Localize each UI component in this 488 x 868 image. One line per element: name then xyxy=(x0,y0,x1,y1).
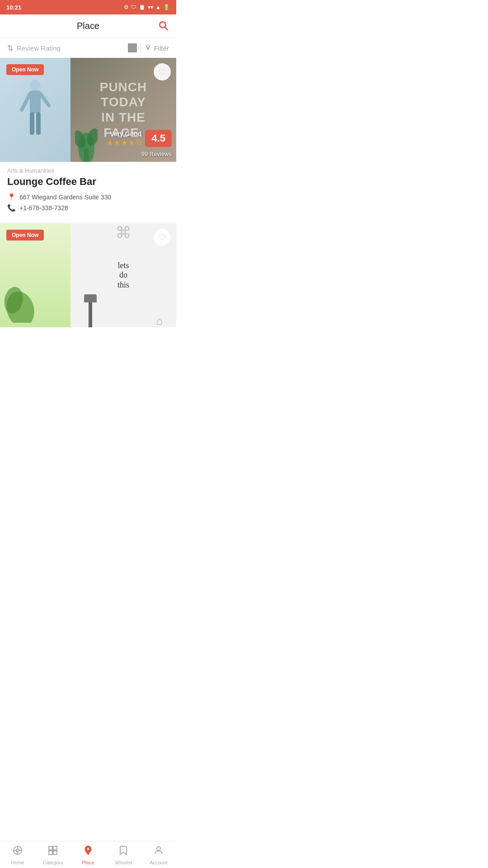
rating-stars-1: ★ ★ ★ ★ ½ xyxy=(107,138,141,147)
clipboard-status-icon: 📋 xyxy=(139,4,145,10)
main-content: Open Now ♡ xyxy=(0,58,176,364)
favorite-button-1[interactable]: ♡ xyxy=(154,63,171,80)
filter-label: Filter xyxy=(154,44,169,52)
motivational-text: letsdothis xyxy=(117,261,129,290)
card-info-1: Arts & Humanities Lounge Coffee Bar 📍 66… xyxy=(0,162,176,222)
filter-row: ⇅ Review Rating ⛛ Filter xyxy=(0,38,176,58)
svg-rect-4 xyxy=(30,112,34,135)
search-button[interactable] xyxy=(157,19,169,33)
shield-status-icon: 🛡 xyxy=(131,4,136,10)
open-badge-2: Open Now xyxy=(6,230,44,241)
open-badge-1: Open Now xyxy=(6,64,44,75)
sort-control[interactable]: ⇅ Review Rating xyxy=(7,44,61,52)
place-card-2[interactable]: Open Now ♡ ⌘ lets xyxy=(0,223,176,327)
gear-status-icon: ⚙ xyxy=(124,4,129,10)
card-address-row: 📍 667 Wiegand Gardens Suite 330 xyxy=(7,193,169,201)
rating-label-1: Very Good xyxy=(107,130,141,137)
star-4: ★ xyxy=(128,138,135,147)
card-divider-1 xyxy=(0,222,176,222)
rating-reviews-1: 99 Reviews xyxy=(141,151,172,157)
status-bar: 10:21 ⚙ 🛡 📋 ▾▾ ▲ 🔋 xyxy=(0,0,176,14)
card-category-1: Arts & Humanities xyxy=(7,167,169,174)
card-phone-row: 📞 +1-678-338-7328 xyxy=(7,204,169,212)
phone-icon: 📞 xyxy=(7,204,16,212)
filter-divider xyxy=(141,43,141,52)
location-icon: 📍 xyxy=(7,193,16,201)
signal-icon: ▲ xyxy=(155,4,161,10)
filter-controls: ⛛ Filter xyxy=(128,43,169,52)
svg-line-2 xyxy=(22,94,30,110)
chandelier-decoration: ⌘ xyxy=(115,223,131,242)
search-icon xyxy=(157,19,169,31)
status-time: 10:21 xyxy=(6,4,21,11)
page-title: Place xyxy=(77,21,99,31)
star-1: ★ xyxy=(107,138,113,147)
status-icons: ⚙ 🛡 📋 ▾▾ ▲ 🔋 xyxy=(124,4,170,10)
hanger-decoration: ⌂ xyxy=(156,315,163,327)
person-silhouette xyxy=(17,76,53,144)
card-phone: +1-678-338-7328 xyxy=(19,204,68,212)
heart-icon-2: ♡ xyxy=(158,232,166,243)
battery-icon: 🔋 xyxy=(163,4,170,10)
grid-view-icon[interactable] xyxy=(128,43,137,52)
star-half: ½ xyxy=(136,138,141,147)
svg-line-3 xyxy=(41,94,49,105)
card-name-1: Lounge Coffee Bar xyxy=(7,176,169,188)
plant-decoration xyxy=(75,108,98,162)
rating-score-1: 4.5 xyxy=(145,130,172,147)
rating-badge-1: Very Good ★ ★ ★ ★ ½ 4.5 xyxy=(107,130,172,157)
lamp-decoration xyxy=(84,294,97,327)
sort-label: Review Rating xyxy=(17,44,61,52)
leaf-decoration xyxy=(5,278,36,323)
card-address: 667 Wiegand Gardens Suite 330 xyxy=(19,193,111,201)
header: Place xyxy=(0,14,176,38)
star-3: ★ xyxy=(121,138,127,147)
svg-rect-5 xyxy=(36,112,41,135)
card-image-wrapper-2: Open Now ♡ ⌘ lets xyxy=(0,223,176,327)
sort-icon: ⇅ xyxy=(7,44,13,52)
funnel-icon: ⛛ xyxy=(145,44,152,52)
favorite-button-2[interactable]: ♡ xyxy=(154,229,171,246)
star-2: ★ xyxy=(114,138,120,147)
wifi-icon: ▾▾ xyxy=(148,4,153,10)
card-image-wrapper-1: Open Now ♡ xyxy=(0,58,176,162)
filter-button[interactable]: ⛛ Filter xyxy=(145,44,169,52)
heart-icon-1: ♡ xyxy=(158,66,166,77)
svg-point-0 xyxy=(30,80,41,90)
place-card-1[interactable]: Open Now ♡ xyxy=(0,58,176,222)
